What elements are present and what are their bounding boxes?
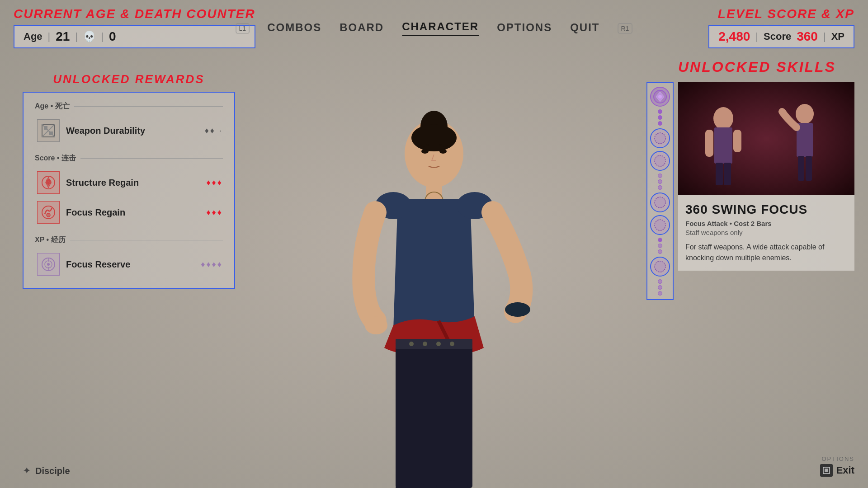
svg-point-16 — [411, 124, 457, 151]
disciple-icon: ✦ — [23, 465, 31, 477]
svg-point-41 — [655, 261, 665, 272]
structure-regain-name: Structure Regain — [66, 178, 200, 188]
xp-label: XP — [831, 31, 844, 42]
category-age-label: Age • 死亡 — [35, 102, 70, 111]
svg-point-50 — [796, 104, 814, 124]
exit-label[interactable]: Exit — [836, 465, 854, 476]
svg-rect-43 — [678, 82, 854, 195]
skill-preview-image — [678, 82, 854, 195]
death-divider: | — [101, 31, 104, 42]
focus-reserve-name: Focus Reserve — [66, 259, 194, 270]
svg-rect-27 — [396, 343, 472, 488]
age-value: 21 — [56, 29, 70, 44]
character-figure — [321, 104, 547, 488]
nav-options[interactable]: OPTIONS — [497, 21, 552, 36]
nav-board[interactable]: BOARD — [340, 21, 384, 36]
skills-panel: UNLOCKED SKILLS — [646, 59, 854, 300]
svg-rect-52 — [798, 156, 804, 181]
skill-detail: 360 SWING FOCUS Focus Attack • Cost 2 Ba… — [678, 82, 854, 300]
category-score-line — [80, 158, 223, 159]
category-score: Score • 连击 — [35, 154, 223, 163]
skill-icon-3[interactable] — [650, 151, 670, 171]
skill-name: 360 SWING FOCUS — [685, 202, 847, 217]
svg-text:拳: 拳 — [45, 178, 52, 186]
svg-point-17 — [421, 149, 429, 154]
svg-rect-28 — [396, 339, 472, 349]
options-hint: OPTIONS — [821, 455, 854, 462]
reward-weapon-durability: Weapon Durability ♦♦ · — [37, 116, 223, 145]
score-divider: | — [755, 31, 758, 42]
svg-rect-47 — [733, 130, 741, 152]
svg-rect-4 — [49, 131, 53, 135]
score-xp-title: LEVEL SCORE & XP — [708, 7, 854, 21]
skill-dots-1 — [658, 109, 662, 126]
category-score-label: Score • 连击 — [35, 154, 76, 163]
skill-icon-5[interactable] — [650, 215, 670, 235]
skill-icon-active[interactable] — [650, 87, 670, 107]
skill-icon-6[interactable] — [650, 257, 670, 277]
svg-point-36 — [658, 95, 662, 99]
nav-character[interactable]: CHARACTER — [402, 20, 479, 36]
death-value: 0 — [109, 29, 116, 44]
reward-focus-regain: Focus Regain ♦♦♦ — [37, 197, 223, 227]
svg-rect-46 — [705, 130, 713, 157]
nav-quit[interactable]: QUIT — [570, 21, 599, 36]
svg-point-30 — [423, 342, 427, 346]
svg-point-37 — [655, 133, 665, 144]
r1-button[interactable]: R1 — [618, 23, 632, 33]
skull-icon: 💀 — [83, 31, 95, 42]
focus-regain-dots: ♦♦♦ — [206, 208, 223, 217]
age-label: Age — [24, 31, 42, 42]
score-value: 2,480 — [718, 29, 750, 44]
svg-point-29 — [409, 342, 414, 346]
svg-rect-55 — [825, 469, 828, 472]
age-divider: | — [48, 31, 51, 42]
disciple-label: Disciple — [35, 466, 70, 476]
weapon-durability-dots: ♦♦ · — [205, 126, 223, 136]
weapon-durability-icon — [37, 119, 60, 142]
navigation: L1 COMBOS BOARD CHARACTER OPTIONS QUIT R… — [236, 20, 632, 36]
focus-regain-name: Focus Regain — [66, 207, 200, 218]
score-xp-section: LEVEL SCORE & XP 2,480 | Score 360 | XP — [708, 7, 854, 48]
skull-divider: | — [75, 31, 78, 42]
svg-point-18 — [439, 149, 447, 154]
skill-icon-4[interactable] — [650, 192, 670, 212]
disciple-section: ✦ Disciple — [23, 465, 70, 477]
structure-regain-dots: ♦♦♦ — [206, 178, 223, 188]
focus-reserve-dots: ♦♦♦♦ — [201, 260, 223, 269]
skill-icon-2[interactable] — [650, 128, 670, 148]
category-xp-line — [70, 240, 223, 240]
svg-point-31 — [436, 342, 441, 346]
reward-structure-regain: 拳 Structure Regain ♦♦♦ — [37, 168, 223, 197]
exit-icon — [820, 464, 833, 477]
weapon-durability-name: Weapon Durability — [66, 126, 198, 136]
score-xp-box: 2,480 | Score 360 | XP — [708, 25, 854, 48]
character-display — [298, 81, 570, 488]
skill-description: For staff weapons. A wide attack capable… — [685, 242, 847, 263]
xp-value: 360 — [797, 29, 818, 44]
svg-rect-48 — [716, 163, 723, 185]
xp-divider: | — [823, 31, 826, 42]
svg-point-39 — [655, 197, 665, 208]
svg-point-38 — [655, 155, 665, 166]
skill-constraint: Staff weapons only — [685, 229, 847, 236]
rewards-panel: UNLOCKED REWARDS Age • 死亡 Weapon Dur — [23, 72, 235, 289]
nav-combos[interactable]: COMBOS — [267, 21, 321, 36]
svg-point-32 — [450, 342, 454, 346]
svg-point-11 — [47, 263, 50, 266]
structure-regain-icon: 拳 — [37, 171, 60, 194]
focus-regain-icon — [37, 201, 60, 224]
skill-dots-2 — [658, 174, 662, 190]
svg-point-8 — [47, 213, 50, 217]
l1-button[interactable]: L1 — [236, 23, 250, 33]
skill-subtitle: Focus Attack • Cost 2 Bars — [685, 220, 847, 227]
age-death-box: Age | 21 | 💀 | 0 — [14, 25, 255, 48]
exit-section: OPTIONS Exit — [820, 455, 854, 477]
svg-rect-3 — [44, 126, 47, 130]
skill-info-box: 360 SWING FOCUS Focus Attack • Cost 2 Ba… — [678, 195, 854, 271]
category-xp-label: XP • 经历 — [35, 235, 66, 245]
exit-button[interactable]: Exit — [820, 464, 854, 477]
skills-content: 360 SWING FOCUS Focus Attack • Cost 2 Ba… — [646, 82, 854, 300]
skills-icons-column — [646, 82, 674, 300]
rewards-title: UNLOCKED REWARDS — [23, 72, 235, 86]
